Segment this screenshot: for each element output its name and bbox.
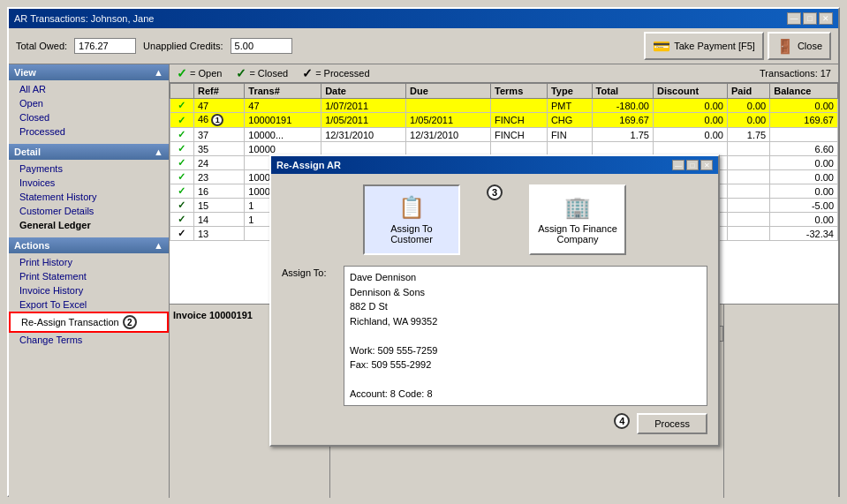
process-button[interactable]: Process [637, 413, 707, 434]
modal-titlebar-buttons: — □ ✕ [672, 160, 713, 170]
modal-titlebar: Re-Assign AR — □ ✕ [271, 156, 718, 174]
reassign-modal: Re-Assign AR — □ ✕ 📋 Assign To Customer … [269, 154, 720, 447]
badge-4: 4 [614, 413, 630, 429]
modal-minimize-button[interactable]: — [672, 160, 684, 170]
assign-to-customer-button[interactable]: 📋 Assign To Customer [363, 184, 460, 255]
assign-to-finance-label: Assign To Finance Company [534, 223, 621, 244]
badge-3: 3 [487, 184, 503, 200]
assign-to-customer-label: Assign To Customer [368, 223, 455, 244]
modal-assign-info-row: Assign To: Dave DennisonDennison & Sons8… [282, 266, 707, 406]
modal-close-button[interactable]: ✕ [700, 160, 713, 170]
modal-title: Re-Assign AR [276, 160, 341, 170]
assign-to-finance-button[interactable]: 🏢 Assign To Finance Company [529, 184, 626, 255]
modal-assign-buttons-row: 📋 Assign To Customer 3 🏢 Assign To Finan… [282, 184, 707, 255]
assign-info-box: Dave DennisonDennison & Sons882 D StRich… [344, 266, 707, 406]
badge-3-container: 3 [487, 184, 503, 200]
modal-bottom-row: 4 Process [282, 413, 707, 434]
modal-maximize-button[interactable]: □ [686, 160, 699, 170]
assign-finance-icon: 🏢 [564, 195, 591, 220]
modal-body: 📋 Assign To Customer 3 🏢 Assign To Finan… [271, 174, 718, 445]
assign-customer-icon: 📋 [398, 195, 425, 220]
modal-overlay: Re-Assign AR — □ ✕ 📋 Assign To Customer … [0, 0, 847, 504]
assign-to-label: Assign To: [282, 266, 344, 278]
